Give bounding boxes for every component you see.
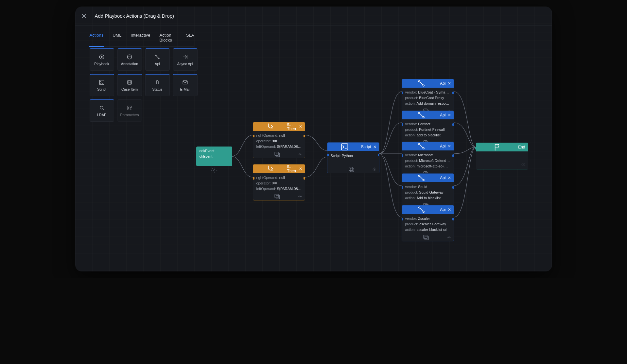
svg-rect-48 [424, 235, 427, 239]
svg-point-36 [423, 147, 424, 149]
node-port[interactable] [452, 92, 454, 94]
api-icon [405, 79, 438, 88]
node-start-cog[interactable] [196, 167, 232, 174]
api-icon [154, 54, 160, 60]
close-icon[interactable]: ✕ [448, 81, 451, 86]
svg-point-24 [374, 169, 375, 170]
gear-icon[interactable] [373, 167, 376, 172]
tab-bar: Actions UML Interactive Action Blocks SL… [90, 33, 194, 47]
node-port[interactable] [452, 218, 454, 220]
node-api-zscaler[interactable]: Api✕ vendor: Zscaler product: Zscaler Ga… [402, 205, 454, 241]
svg-point-31 [423, 116, 424, 118]
palette-async-api[interactable]: Async Api [173, 48, 198, 71]
node-port[interactable] [452, 123, 454, 126]
svg-point-30 [418, 112, 420, 113]
script-icon [330, 143, 359, 151]
node-end[interactable]: End [476, 143, 528, 169]
gear-icon[interactable] [447, 235, 451, 240]
node-port[interactable] [402, 92, 403, 94]
node-port[interactable] [327, 154, 329, 156]
palette-case-item[interactable]: Case Item [117, 74, 142, 96]
tab-interactive[interactable]: Interactive [131, 33, 150, 43]
node-port[interactable] [304, 135, 305, 137]
node-port[interactable] [402, 186, 403, 189]
copy-icon[interactable] [256, 193, 299, 200]
tab-action-blocks[interactable]: Action Blocks [160, 33, 177, 43]
close-icon[interactable]: ✕ [373, 145, 376, 149]
svg-point-5 [155, 55, 156, 56]
svg-point-20 [300, 196, 301, 197]
svg-rect-11 [128, 106, 129, 108]
palette-status[interactable]: Status [145, 74, 170, 96]
palette-ldap[interactable]: LDAP [90, 99, 114, 122]
palette-email[interactable]: E-Mail [173, 74, 198, 96]
copy-icon[interactable] [330, 166, 373, 173]
palette-parameters: Parameters [117, 99, 142, 122]
close-icon[interactable]: ✕ [448, 176, 451, 180]
flag-icon [479, 143, 516, 151]
svg-rect-13 [128, 108, 129, 110]
node-start-event[interactable]: ookEvent okEvent [196, 147, 232, 166]
node-port[interactable] [402, 123, 403, 126]
branch-icon [256, 165, 285, 173]
gear-icon[interactable] [298, 152, 302, 157]
close-icon[interactable]: ✕ [299, 124, 302, 129]
topbar: Add Playbook Actions (Drag & Drop) [75, 7, 552, 26]
node-port[interactable] [304, 177, 305, 180]
async-api-icon [182, 54, 188, 60]
node-port[interactable] [253, 177, 254, 180]
svg-rect-21 [341, 144, 348, 150]
gear-icon[interactable] [298, 195, 302, 199]
close-icon[interactable]: ✕ [448, 113, 451, 117]
api-icon [405, 174, 438, 182]
script-icon [99, 79, 105, 85]
node-port[interactable] [402, 218, 403, 220]
palette-playbook[interactable]: Playbook [90, 48, 114, 71]
node-port[interactable] [452, 186, 454, 189]
svg-point-41 [423, 179, 424, 181]
tab-uml[interactable]: UML [113, 33, 121, 43]
api-icon [405, 142, 438, 150]
svg-rect-16 [275, 152, 278, 156]
svg-point-6 [158, 58, 159, 59]
node-api-microsoft[interactable]: Api✕ vendor: Microsoft product: Microsof… [402, 142, 454, 178]
node-port[interactable] [452, 154, 454, 157]
status-icon [154, 79, 160, 85]
svg-point-26 [423, 85, 424, 86]
svg-rect-18 [276, 195, 279, 199]
svg-point-14 [213, 170, 215, 171]
node-port[interactable] [402, 154, 403, 157]
palette-script[interactable]: Script [90, 74, 114, 96]
node-api-squid[interactable]: Api✕ vendor: Squid product: Squid Gatewa… [402, 173, 454, 210]
branch-icon [256, 122, 285, 131]
node-api-bluecoat[interactable]: Api✕ vendor: BlueCoat - Syman… product: … [402, 79, 454, 115]
action-palette: Playbook Annotation Api Async Api Script… [90, 48, 198, 122]
play-icon [99, 54, 105, 60]
palette-api[interactable]: Api [145, 48, 170, 71]
node-port[interactable] [253, 135, 254, 137]
svg-point-10 [100, 106, 103, 109]
copy-icon[interactable] [405, 234, 447, 241]
tab-actions[interactable]: Actions [90, 33, 104, 43]
node-port[interactable] [378, 154, 379, 156]
svg-point-50 [523, 164, 524, 165]
close-icon[interactable]: ✕ [448, 207, 451, 212]
svg-rect-22 [350, 168, 354, 172]
node-if-then-1[interactable]: If... Then✕ rightOperand: null operator:… [253, 122, 305, 158]
copy-icon[interactable] [256, 151, 299, 158]
close-icon[interactable]: ✕ [299, 166, 302, 171]
gear-icon[interactable] [521, 163, 525, 167]
annotation-icon [127, 54, 132, 60]
svg-rect-23 [349, 167, 353, 171]
close-icon[interactable]: ✕ [448, 144, 451, 148]
svg-point-25 [418, 80, 420, 82]
tab-sla[interactable]: SLA [186, 33, 194, 43]
palette-annotation[interactable]: Annotation [117, 48, 142, 71]
node-if-then-2[interactable]: If... Then✕ rightOperand: null operator:… [253, 164, 305, 200]
node-port[interactable] [231, 156, 232, 158]
window: Add Playbook Actions (Drag & Drop) Actio… [75, 7, 552, 271]
node-port[interactable] [475, 147, 478, 149]
close-icon[interactable] [81, 13, 87, 19]
svg-point-49 [449, 237, 450, 238]
node-script[interactable]: Script✕ Script: Python [327, 142, 379, 173]
